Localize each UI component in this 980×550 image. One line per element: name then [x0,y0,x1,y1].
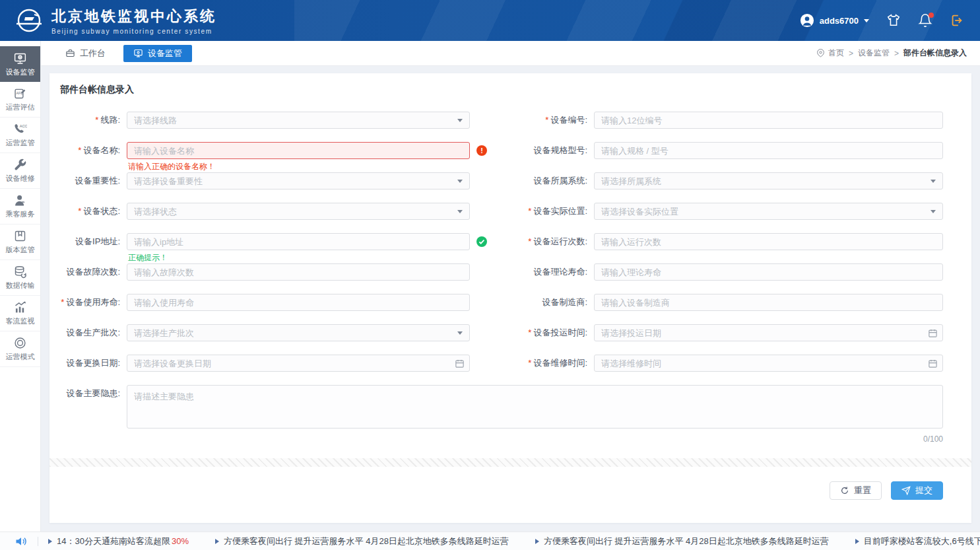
label-device-importance: 设备重要性: [59,172,127,189]
device-hazard-textarea[interactable] [127,385,943,429]
sidebar-item-passenger-service[interactable]: 乘客服务 [0,189,40,224]
device-replace-date-input[interactable] [127,355,469,371]
label-device-hazard: 设备主要隐患: [59,385,127,444]
calendar-icon [928,359,938,368]
afc-evaluate-icon: AFC [13,86,27,100]
ticker-highlight: 30% [172,536,189,546]
app-header: 北京地铁监视中心系统 Beijing subway monitoring cen… [0,0,980,41]
acc-phone-icon: ACC [13,122,27,136]
device-fault-count-field [127,263,470,281]
sidebar-item-operation-monitor[interactable]: ACC 运营监管 [0,118,40,153]
line-select-input[interactable] [127,112,469,128]
device-production-batch-input[interactable] [127,325,469,341]
device-production-batch-select[interactable] [127,324,470,341]
device-commission-date-input[interactable] [595,325,942,341]
device-status-input[interactable] [127,203,469,219]
send-icon [901,486,911,495]
logout-icon[interactable] [950,13,964,28]
chevron-down-icon [457,180,463,186]
reset-button[interactable]: 重置 [830,481,882,500]
chevron-down-icon [931,210,936,216]
device-ip-input[interactable] [127,234,469,250]
sidebar: 设备监管 AFC 运营评估 ACC 运营监管 设备维修 乘客服务 版本监管 数据… [0,41,41,532]
user-menu[interactable]: adds6700 [800,13,869,28]
tab-device-monitor[interactable]: 设备监管 [123,45,192,62]
breadcrumb-device-monitor[interactable]: 设备监管 [858,48,890,59]
device-service-life-field [127,294,470,311]
subway-logo-icon [15,6,44,35]
label-device-location: 设备实际位置: [480,203,594,220]
device-importance-select[interactable] [127,172,470,189]
device-spec-field [594,142,943,159]
char-counter: 0/100 [127,434,943,444]
database-icon [13,265,27,279]
breadcrumb-home[interactable]: 首页 [828,48,844,59]
device-manufacturer-input[interactable] [595,294,942,310]
device-name-field [127,142,470,159]
label-device-ip: 设备IP地址: [59,233,127,250]
ticker-item: 目前呼家楼站客流较大,6号线下行(开往海淀五路居方向)在呼家楼站采取部分在呼家楼… [855,535,980,547]
device-maintenance-date-picker[interactable] [594,355,943,372]
device-system-select[interactable] [594,172,943,189]
sidebar-item-operation-evaluate[interactable]: AFC 运营评估 [0,82,40,118]
label-device-replace-date: 设备更换日期: [59,355,127,372]
label-device-spec: 设备规格型号: [480,142,594,159]
app-subtitle: Beijing subway monitoring center system [51,28,216,35]
device-location-select[interactable] [594,203,943,220]
device-service-life-input[interactable] [127,294,469,310]
device-run-count-input[interactable] [595,234,942,250]
device-monitor-icon [13,52,27,65]
submit-button[interactable]: 提交 [891,481,943,500]
device-form: 线路: 设备编号: [59,112,943,444]
svg-text:ACC: ACC [20,124,27,128]
label-device-service-life: 设备使用寿命: [59,294,127,311]
label-device-production-batch: 设备生产批次: [59,324,127,341]
device-number-input[interactable] [595,112,942,128]
chevron-down-icon [864,19,869,25]
device-replace-date-picker[interactable] [127,355,470,372]
device-importance-input[interactable] [127,173,469,189]
device-name-input[interactable] [127,143,469,158]
notifications-bell-icon[interactable] [918,13,932,28]
label-device-commission-date: 设备投运时间: [480,324,594,341]
device-ip-field [127,233,470,250]
device-maintenance-date-input[interactable] [595,355,942,371]
sidebar-item-data-transfer[interactable]: 数据传输 [0,260,40,296]
sidebar-item-device-repair[interactable]: 设备维修 [0,153,40,189]
page-title: 部件台帐信息录入 [49,73,971,105]
version-bookmark-icon [13,229,27,243]
chevron-down-icon [457,210,463,216]
device-status-select[interactable] [127,203,470,220]
line-select[interactable] [127,112,470,129]
tab-strip: 工作台 设备监管 首页 > 设备监管 > 部件台帐信息录入 [41,41,980,66]
app-title: 北京地铁监视中心系统 [51,7,216,26]
sidebar-item-device-monitor[interactable]: 设备监管 [0,46,40,82]
device-theoretical-life-input[interactable] [595,264,942,280]
avatar-icon [800,13,814,28]
location-pin-icon [816,49,825,57]
device-fault-count-input[interactable] [127,264,469,280]
device-number-field [594,112,943,129]
device-commission-date-picker[interactable] [594,324,943,341]
ticker-divider [38,537,38,546]
sidebar-item-traffic-monitor[interactable]: 客流监视 [0,296,40,331]
device-spec-model-input[interactable] [595,143,942,158]
breadcrumb: 首页 > 设备监管 > 部件台帐信息录入 [816,48,967,59]
device-manufacturer-field [594,294,943,311]
label-line: 线路: [59,112,127,129]
label-device-theoretical-life: 设备理论寿命: [480,263,594,281]
label-device-manufacturer: 设备制造商: [480,294,594,311]
speaker-icon [15,535,28,548]
ticker-item: 14：30分天通苑南站客流超限30% [48,535,189,547]
device-system-input[interactable] [595,173,942,189]
label-device-system: 设备所属系统: [480,172,594,189]
tab-workbench[interactable]: 工作台 [55,45,115,62]
ticker-item: 方便乘客夜间出行 提升运营服务水平 4月28日起北京地铁多条线路延时运营 [535,535,829,547]
theme-skin-icon[interactable] [886,13,901,28]
device-location-input[interactable] [595,203,942,219]
label-device-name: 设备名称: [59,142,127,159]
sidebar-item-operation-mode[interactable]: 运营模式 [0,331,40,367]
sidebar-item-version-monitor[interactable]: 版本监管 [0,224,40,260]
label-device-number: 设备编号: [480,112,594,129]
calendar-icon [928,328,938,338]
